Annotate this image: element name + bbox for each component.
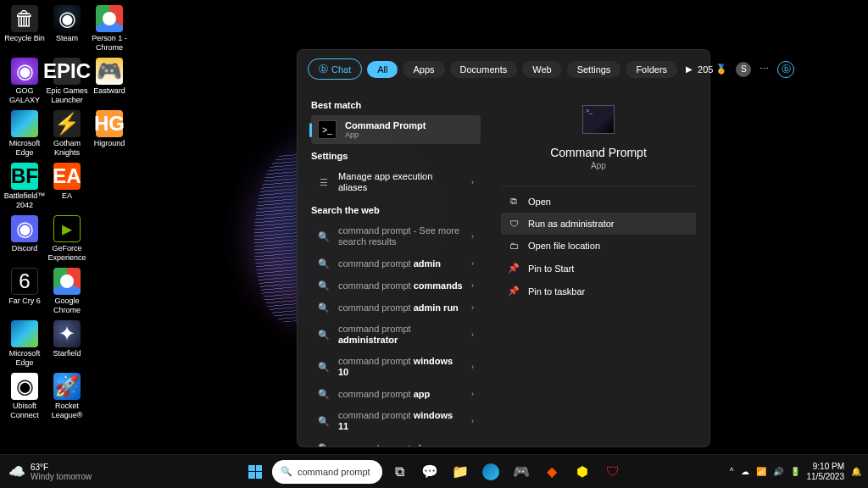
tab-apps[interactable]: Apps bbox=[403, 61, 444, 78]
web-search-result[interactable]: 🔍command prompt windows 10› bbox=[311, 351, 481, 383]
search-icon: 🔍 bbox=[318, 415, 330, 427]
chevron-right-icon: › bbox=[471, 281, 474, 290]
app-icon bbox=[96, 5, 123, 32]
preview-sub: App bbox=[591, 161, 606, 170]
tab-web[interactable]: Web bbox=[522, 61, 561, 78]
web-search-result[interactable]: 🔍command prompt virus› bbox=[311, 437, 481, 446]
app-icon: ◉ bbox=[11, 373, 38, 400]
web-search-result[interactable]: 🔍command prompt admin› bbox=[311, 252, 481, 274]
desktop-icon[interactable]: Google Chrome bbox=[46, 266, 88, 319]
rewards-points[interactable]: 205🏅 bbox=[698, 64, 727, 75]
pin-icon: 📌 bbox=[508, 263, 520, 274]
desktop-icon[interactable]: ◉Ubisoft Connect bbox=[3, 371, 46, 424]
desktop-icon[interactable]: ⚡Gotham Knights bbox=[46, 108, 88, 161]
desktop-icon[interactable]: ◉GOG GALAXY bbox=[3, 56, 46, 108]
search-icon: 🔍 bbox=[318, 258, 330, 269]
explorer-button[interactable]: 📁 bbox=[447, 458, 474, 485]
desktop-icon[interactable]: ✦Starfield bbox=[46, 319, 88, 371]
mcafee-button[interactable]: 🛡 bbox=[599, 458, 626, 485]
app-icon bbox=[53, 268, 81, 295]
action-open[interactable]: ⧉Open bbox=[501, 190, 696, 213]
weather-icon: ☁️ bbox=[8, 467, 25, 476]
chat-button[interactable]: 💬 bbox=[416, 458, 443, 485]
desktop-icon[interactable]: EAEA bbox=[46, 161, 88, 214]
clock[interactable]: 9:10 PM 11/5/2023 bbox=[807, 462, 845, 482]
bing-icon[interactable]: ⓑ bbox=[777, 61, 794, 78]
desktop-icon[interactable]: ◉Discord bbox=[3, 214, 46, 266]
notifications-button[interactable]: 🔔 bbox=[851, 467, 861, 476]
app-icon: 6 bbox=[11, 268, 38, 295]
app-button[interactable]: ◆ bbox=[538, 458, 565, 485]
app-icon: BF bbox=[11, 163, 38, 190]
desktop-icon[interactable]: BFBattlefield™ 2042 bbox=[3, 161, 46, 214]
desktop-icon[interactable]: HGHiground bbox=[88, 108, 131, 161]
start-button[interactable] bbox=[242, 458, 269, 485]
settings-icon: ☰ bbox=[318, 176, 330, 188]
chevron-right-icon: › bbox=[471, 232, 474, 241]
desktop-icon[interactable]: EPICEpic Games Launcher bbox=[46, 56, 88, 108]
desktop-icon[interactable]: 🗑Recycle Bin bbox=[3, 3, 46, 56]
tab-documents[interactable]: Documents bbox=[450, 61, 518, 78]
chevron-right-icon: › bbox=[471, 417, 474, 425]
pin-icon: 📌 bbox=[508, 286, 520, 297]
action-pin-start[interactable]: 📌Pin to Start bbox=[501, 257, 696, 280]
tab-folders[interactable]: Folders bbox=[626, 61, 677, 78]
start-menu: ⓑChat All Apps Documents Web Settings Fo… bbox=[297, 49, 710, 447]
weather-widget[interactable]: ☁️ 63°F Windy tomorrow bbox=[8, 463, 92, 481]
web-search-result[interactable]: 🔍command prompt admin run› bbox=[311, 297, 481, 319]
desktop-icon[interactable]: Microsoft Edge bbox=[3, 108, 46, 161]
desktop-icon[interactable]: Microsoft Edge bbox=[3, 319, 46, 371]
app-button[interactable]: ⬢ bbox=[569, 458, 596, 485]
ellipsis-icon[interactable]: ⋯ bbox=[760, 64, 769, 75]
wifi-icon[interactable]: 📶 bbox=[756, 467, 766, 476]
chevron-up-icon[interactable]: ^ bbox=[730, 467, 734, 476]
tab-chat[interactable]: ⓑChat bbox=[308, 58, 362, 80]
desktop-icon[interactable]: Person 1 - Chrome bbox=[88, 3, 131, 56]
chevron-right-icon: › bbox=[471, 303, 474, 312]
results-list: Best match >_ Command Prompt App Setting… bbox=[298, 88, 487, 446]
action-pin-taskbar[interactable]: 📌Pin to taskbar bbox=[501, 280, 696, 302]
preview-title: Command Prompt bbox=[550, 146, 647, 159]
chevron-right-icon[interactable]: ▶ bbox=[686, 64, 693, 74]
volume-icon[interactable]: 🔊 bbox=[773, 467, 783, 476]
app-icon: EA bbox=[53, 163, 81, 190]
setting-manage-aliases[interactable]: ☰ Manage app execution aliases › bbox=[311, 166, 481, 198]
tab-all[interactable]: All bbox=[367, 61, 398, 78]
app-icon: 🗑 bbox=[11, 5, 38, 32]
desktop-icon[interactable]: ▸GeForce Experience bbox=[46, 214, 88, 266]
desktop-icon[interactable]: 🚀Rocket League® bbox=[46, 371, 88, 424]
web-search-result[interactable]: 🔍command prompt commands› bbox=[311, 274, 481, 297]
web-search-result[interactable]: 🔍command prompt - See more search result… bbox=[311, 220, 481, 252]
taskbar: ☁️ 63°F Windy tomorrow 🔍 command prompt … bbox=[0, 454, 868, 488]
web-search-result[interactable]: 🔍command prompt app› bbox=[311, 383, 481, 405]
app-icon bbox=[11, 320, 38, 347]
system-tray[interactable]: ^ ☁ 📶 🔊 🔋 bbox=[730, 467, 800, 476]
search-icon: 🔍 bbox=[281, 466, 292, 477]
app-icon: ✦ bbox=[53, 320, 81, 347]
search-icon: 🔍 bbox=[318, 361, 330, 373]
search-icon: 🔍 bbox=[318, 280, 330, 291]
web-search-result[interactable]: 🔍command prompt administrator› bbox=[311, 319, 481, 351]
desktop-icon[interactable]: 🎮Eastward bbox=[88, 56, 131, 108]
xbox-button[interactable]: 🎮 bbox=[508, 458, 535, 485]
tab-settings[interactable]: Settings bbox=[567, 61, 621, 78]
onedrive-icon[interactable]: ☁ bbox=[741, 467, 749, 476]
start-tabs: ⓑChat All Apps Documents Web Settings Fo… bbox=[298, 50, 709, 88]
app-icon: 🚀 bbox=[53, 373, 81, 400]
edge-button[interactable] bbox=[477, 458, 504, 485]
web-search-result[interactable]: 🔍command prompt windows 11› bbox=[311, 405, 481, 437]
desktop-icons: 🗑Recycle Bin◉GOG GALAXYMicrosoft EdgeBFB… bbox=[3, 3, 131, 444]
search-icon: 🔍 bbox=[318, 388, 330, 400]
action-run-admin[interactable]: 🛡Run as administrator bbox=[501, 213, 696, 235]
avatar[interactable]: S bbox=[736, 62, 751, 77]
action-open-location[interactable]: 🗀Open file location bbox=[501, 235, 696, 257]
app-icon: ◉ bbox=[53, 5, 81, 32]
desktop-icon[interactable]: 6Far Cry 6 bbox=[3, 266, 46, 319]
task-view-button[interactable]: ⧉ bbox=[386, 458, 413, 485]
chevron-right-icon: › bbox=[471, 363, 474, 371]
result-command-prompt[interactable]: >_ Command Prompt App bbox=[311, 115, 481, 144]
app-icon: ⚡ bbox=[53, 110, 81, 137]
desktop-icon[interactable]: ◉Steam bbox=[46, 3, 88, 56]
battery-icon[interactable]: 🔋 bbox=[790, 467, 800, 476]
search-input[interactable]: 🔍 command prompt bbox=[272, 460, 382, 484]
